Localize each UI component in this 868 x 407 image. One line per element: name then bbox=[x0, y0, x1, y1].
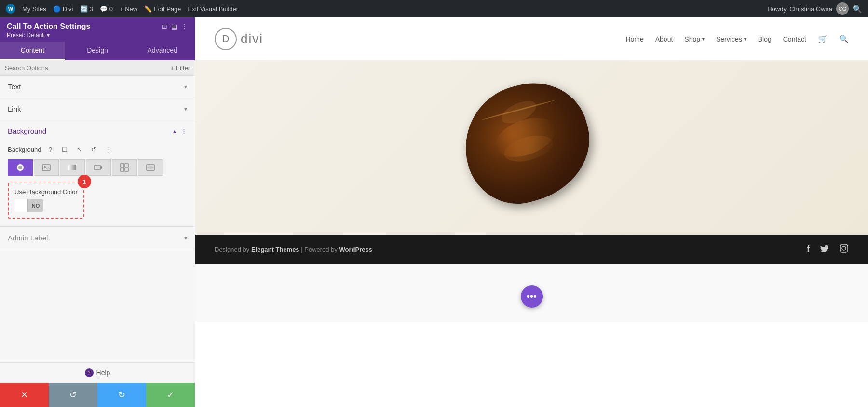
tab-design[interactable]: Design bbox=[65, 42, 130, 60]
refresh-icon: 🔄 bbox=[80, 5, 88, 13]
services-dropdown-icon: ▾ bbox=[744, 36, 746, 42]
redo-button[interactable]: ↻ bbox=[97, 383, 146, 407]
search-bar: + Filter bbox=[0, 60, 195, 76]
text-chevron-icon: ▾ bbox=[184, 84, 187, 90]
svg-rect-7 bbox=[125, 164, 128, 167]
edit-page-label: Edit Page bbox=[154, 5, 181, 13]
search-input[interactable] bbox=[5, 64, 168, 71]
bg-color-swatch[interactable] bbox=[14, 199, 28, 212]
save-icon: ✓ bbox=[167, 390, 174, 400]
help-icon[interactable]: ? bbox=[85, 368, 94, 377]
new-label: + New bbox=[120, 5, 137, 13]
svg-point-12 bbox=[842, 246, 846, 250]
svg-rect-4 bbox=[68, 165, 76, 170]
admin-search-icon[interactable]: 🔍 bbox=[853, 4, 862, 14]
panel-preset[interactable]: Preset: Default ▾ bbox=[7, 32, 188, 39]
tab-advanced[interactable]: Advanced bbox=[130, 42, 195, 60]
comments-link[interactable]: 💬 0 bbox=[100, 5, 113, 13]
admin-label-section: Admin Label ▾ bbox=[0, 227, 195, 249]
page-content: Designed by Elegant Themes | Powered by … bbox=[195, 61, 868, 407]
site-logo[interactable]: D divi bbox=[215, 28, 263, 50]
link-section-label: Link bbox=[8, 105, 21, 113]
user-avatar[interactable]: CG bbox=[836, 2, 849, 15]
panel-columns-icon[interactable]: ▦ bbox=[171, 23, 177, 30]
text-section: Text ▾ bbox=[0, 76, 195, 98]
cancel-button[interactable]: ✕ bbox=[0, 383, 49, 407]
logo-text: divi bbox=[241, 31, 263, 46]
panel-more-icon[interactable]: ⋮ bbox=[181, 23, 188, 30]
bg-type-gradient[interactable] bbox=[60, 159, 85, 176]
wp-admin-bar: W My Sites 🔵 Divi 🔄 3 💬 0 + New ✏️ Edit … bbox=[0, 0, 868, 17]
preview-area: D divi Home About Shop ▾ Services ▾ bbox=[195, 17, 868, 407]
link-section-header[interactable]: Link ▾ bbox=[0, 98, 195, 120]
svg-rect-5 bbox=[95, 165, 100, 170]
cancel-icon: ✕ bbox=[21, 390, 28, 400]
wp-logo-link[interactable]: W bbox=[6, 4, 15, 14]
background-more-icon[interactable]: ⋮ bbox=[181, 127, 187, 135]
twitter-icon[interactable] bbox=[820, 243, 829, 255]
svg-rect-6 bbox=[121, 164, 124, 167]
bg-type-video[interactable] bbox=[86, 159, 111, 176]
refresh-link[interactable]: 🔄 3 bbox=[80, 5, 93, 13]
nav-blog[interactable]: Blog bbox=[758, 35, 772, 43]
footer-social: f bbox=[807, 243, 849, 255]
divi-label: Divi bbox=[63, 5, 73, 13]
edit-page-link[interactable]: ✏️ Edit Page bbox=[144, 5, 181, 13]
divi-link[interactable]: 🔵 Divi bbox=[53, 5, 73, 13]
shop-dropdown-icon: ▾ bbox=[702, 36, 705, 42]
undo-button[interactable]: ↺ bbox=[49, 383, 97, 407]
logo-circle: D bbox=[215, 28, 237, 50]
floating-action-button[interactable]: ••• bbox=[521, 285, 543, 308]
nav-search-icon[interactable]: 🔍 bbox=[839, 34, 849, 43]
bg-type-pattern[interactable] bbox=[112, 159, 137, 176]
bg-label-text: Background bbox=[8, 146, 41, 153]
bg-color-toggle[interactable]: NO bbox=[14, 199, 43, 212]
bg-help-icon[interactable]: ? bbox=[45, 144, 55, 154]
hero-section bbox=[195, 61, 868, 235]
text-section-label: Text bbox=[8, 83, 21, 91]
my-sites-label: My Sites bbox=[22, 5, 46, 13]
bg-arrow-icon[interactable]: ↖ bbox=[74, 144, 84, 154]
bg-type-mask[interactable] bbox=[138, 159, 163, 176]
site-header: D divi Home About Shop ▾ Services ▾ bbox=[195, 17, 868, 61]
cart-icon[interactable]: 🛒 bbox=[818, 34, 827, 43]
facebook-icon[interactable]: f bbox=[807, 243, 810, 255]
divi-icon: 🔵 bbox=[53, 5, 61, 13]
undo-icon: ↺ bbox=[69, 390, 77, 400]
nav-home[interactable]: Home bbox=[625, 35, 643, 43]
bg-type-color[interactable] bbox=[8, 159, 33, 176]
text-section-header[interactable]: Text ▾ bbox=[0, 76, 195, 98]
help-label: Help bbox=[96, 369, 110, 377]
wordpress-icon: W bbox=[6, 4, 15, 14]
panel-resize-icon[interactable]: ⊡ bbox=[162, 23, 167, 30]
use-bg-color-container: Use Background Color NO bbox=[8, 182, 84, 219]
bg-toggle-text: NO bbox=[28, 203, 43, 209]
panel-tabs: Content Design Advanced bbox=[0, 42, 195, 60]
nav-shop[interactable]: Shop ▾ bbox=[684, 35, 705, 43]
bg-undo-icon[interactable]: ↺ bbox=[88, 144, 99, 154]
refresh-count: 3 bbox=[90, 5, 93, 13]
bg-type-image[interactable] bbox=[34, 159, 59, 176]
nav-contact[interactable]: Contact bbox=[783, 35, 806, 43]
settings-panel: Call To Action Settings ⊡ ▦ ⋮ Preset: De… bbox=[0, 17, 195, 407]
admin-label-header[interactable]: Admin Label ▾ bbox=[0, 227, 195, 249]
admin-label-chevron-icon: ▾ bbox=[184, 235, 187, 241]
nav-about[interactable]: About bbox=[655, 35, 673, 43]
panel-content: Text ▾ Link ▾ Background ▴ ⋮ bbox=[0, 76, 195, 362]
svg-rect-2 bbox=[42, 165, 50, 170]
filter-button[interactable]: + Filter bbox=[171, 64, 190, 71]
background-section-header[interactable]: Background ▴ ⋮ bbox=[0, 120, 195, 142]
site-nav: Home About Shop ▾ Services ▾ Blog Contac bbox=[625, 34, 849, 43]
new-content-link[interactable]: + New bbox=[120, 5, 137, 13]
bg-desktop-icon[interactable]: ☐ bbox=[59, 144, 70, 154]
instagram-icon[interactable] bbox=[839, 243, 849, 255]
bg-more-icon[interactable]: ⋮ bbox=[103, 144, 113, 154]
link-chevron-icon: ▾ bbox=[184, 106, 187, 112]
comment-count: 0 bbox=[109, 5, 113, 13]
exit-builder-link[interactable]: Exit Visual Builder bbox=[188, 5, 239, 13]
tab-content[interactable]: Content bbox=[0, 42, 65, 60]
my-sites-link[interactable]: My Sites bbox=[22, 5, 46, 13]
site-footer: Designed by Elegant Themes | Powered by … bbox=[195, 235, 868, 264]
save-button[interactable]: ✓ bbox=[146, 383, 195, 407]
nav-services[interactable]: Services ▾ bbox=[716, 35, 746, 43]
